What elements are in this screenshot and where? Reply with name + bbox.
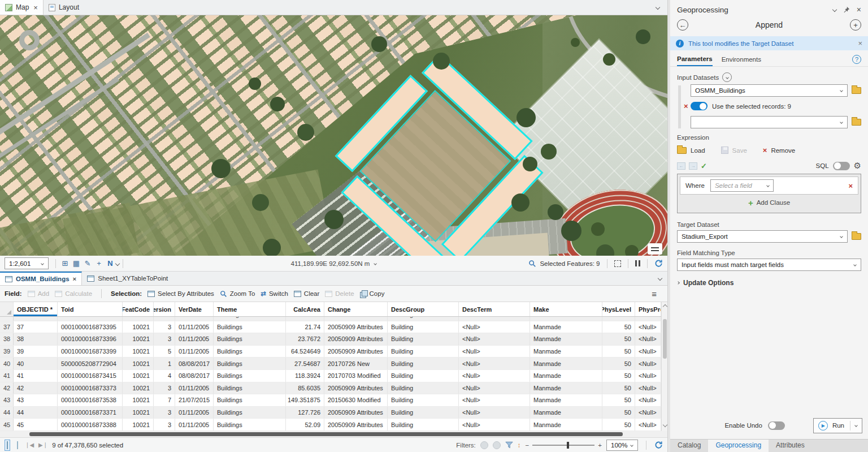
scroll-up-icon[interactable]: [662, 304, 667, 309]
table-cell[interactable]: Manmade: [530, 321, 602, 333]
field-matching-combo[interactable]: Input fields must match target fields: [677, 259, 861, 271]
back-button[interactable]: ←: [677, 19, 688, 31]
table-cell[interactable]: 39: [14, 346, 58, 358]
table-cell[interactable]: Buildings: [214, 370, 286, 382]
row-number[interactable]: 37: [0, 321, 14, 333]
table-cell[interactable]: Building: [388, 407, 459, 419]
table-zoom-combo[interactable]: 100%: [606, 440, 638, 451]
table-cell[interactable]: 01/11/2005: [175, 382, 214, 394]
table-cell[interactable]: 20170726 New: [324, 358, 388, 369]
table-cell[interactable]: 0001000016873395: [58, 321, 123, 333]
tab-parameters[interactable]: Parameters: [677, 55, 713, 66]
table-cell[interactable]: 10021: [123, 419, 154, 431]
row-number[interactable]: 42: [0, 382, 14, 394]
table-cell[interactable]: 50: [602, 419, 635, 431]
table-cell[interactable]: 50: [602, 370, 635, 382]
row-number[interactable]: 40: [0, 358, 14, 369]
table-cell[interactable]: 50: [602, 321, 635, 333]
table-tab-osmm-buildings[interactable]: OSMM_Buildings ×: [0, 272, 82, 285]
viewbar-chevron-down-icon[interactable]: [656, 0, 659, 15]
table-cell[interactable]: 20050909 Attributes: [324, 382, 388, 394]
snap-crosshair-icon[interactable]: +: [93, 258, 105, 269]
gear-icon[interactable]: ⚙: [854, 161, 861, 171]
field-select-dropdown[interactable]: Select a field: [710, 179, 774, 192]
table-cell[interactable]: 27.54687: [286, 358, 324, 369]
table-cell[interactable]: 10021: [123, 370, 154, 382]
table-cell[interactable]: 52.09: [286, 419, 324, 431]
remove-input-icon[interactable]: ×: [684, 102, 688, 110]
grid-icon[interactable]: ▦: [71, 258, 82, 269]
table-row[interactable]: 4444000100001687337110021301/11/2005Buil…: [0, 407, 667, 419]
table-cell[interactable]: Buildings: [214, 321, 286, 333]
table-cell[interactable]: 10021: [123, 358, 154, 369]
sort-updown-icon[interactable]: ↕: [518, 442, 521, 449]
row-number[interactable]: 45: [0, 419, 14, 431]
table-cell[interactable]: <Null>: [459, 370, 530, 382]
table-cell[interactable]: Buildings: [214, 346, 286, 358]
table-cell[interactable]: Building: [388, 346, 459, 358]
table-menu-icon[interactable]: ≡: [652, 289, 657, 299]
table-cell[interactable]: 08/08/2017: [175, 358, 214, 369]
switch-selection-button[interactable]: ⇄Switch: [261, 290, 288, 298]
column-header-theme[interactable]: Theme: [214, 302, 286, 316]
table-cell[interactable]: Building: [388, 394, 459, 406]
table-row[interactable]: 4040500000520877290410021108/08/2017Buil…: [0, 358, 667, 370]
table-cell[interactable]: <Null>: [635, 419, 661, 431]
gutter-corner[interactable]: [0, 302, 14, 316]
copy-button[interactable]: Copy: [360, 290, 385, 297]
coordinate-readout[interactable]: 411,189.99E 92,692.50N m: [291, 260, 377, 267]
column-header-calcarea[interactable]: CalcArea: [286, 302, 324, 316]
table-cell[interactable]: Buildings: [214, 419, 286, 431]
column-header-make[interactable]: Make: [530, 302, 602, 316]
column-header-verdate[interactable]: VerDate: [175, 302, 214, 316]
target-dataset-combo[interactable]: Stadium_Export: [677, 230, 848, 243]
table-cell[interactable]: <Null>: [459, 321, 530, 333]
table-cell[interactable]: Buildings: [214, 333, 286, 345]
table-cell[interactable]: 0001000016873399: [58, 346, 123, 358]
table-cell[interactable]: 3: [154, 333, 175, 345]
tab-map[interactable]: Map ×: [0, 0, 44, 15]
table-cell[interactable]: 0001000016873415: [58, 370, 123, 382]
table-cell[interactable]: Buildings: [214, 382, 286, 394]
table-cell[interactable]: <Null>: [635, 394, 661, 406]
row-number[interactable]: 43: [0, 394, 14, 406]
table-cell[interactable]: 50: [602, 333, 635, 345]
load-expression-icon[interactable]: [677, 147, 687, 154]
table-cell[interactable]: Manmade: [530, 407, 602, 419]
batch-chevron-icon[interactable]: [722, 72, 732, 82]
edit-sketch-icon[interactable]: ✎: [82, 258, 93, 269]
empty-input-dataset-combo[interactable]: [691, 116, 848, 128]
table-row[interactable]: 3737000100001687339510021301/11/2005Buil…: [0, 321, 667, 334]
remove-clause-icon[interactable]: ×: [848, 182, 853, 190]
table-cell[interactable]: 50: [602, 382, 635, 394]
row-number[interactable]: 39: [0, 346, 14, 358]
tab-environments[interactable]: Environments: [722, 56, 761, 66]
table-cell[interactable]: Buildings: [214, 358, 286, 369]
run-options-chevron-icon[interactable]: [854, 424, 858, 427]
table-cell[interactable]: 0001000016873538: [58, 394, 123, 406]
column-header-featcode[interactable]: FeatCode: [123, 302, 154, 316]
go-first-record-icon[interactable]: ❘◀: [25, 442, 34, 448]
zoom-selection-icon[interactable]: [528, 260, 536, 268]
dock-tab-attributes[interactable]: Attributes: [769, 440, 812, 452]
vertical-scrollbar[interactable]: [661, 302, 667, 431]
table-cell[interactable]: 3: [154, 419, 175, 431]
column-header-toid[interactable]: Toid: [58, 302, 123, 316]
table-cell[interactable]: 1: [154, 358, 175, 369]
column-header-descterm[interactable]: DescTerm: [459, 302, 530, 316]
table-cell[interactable]: 3: [154, 407, 175, 419]
close-pane-icon[interactable]: ×: [857, 5, 861, 14]
add-tool-button[interactable]: +: [850, 19, 861, 31]
input-dataset-combo[interactable]: OSMM_Buildings: [691, 84, 848, 97]
dock-tab-catalog[interactable]: Catalog: [670, 440, 708, 452]
table-cell[interactable]: 37: [14, 321, 58, 333]
table-cell[interactable]: 0001000016873373: [58, 382, 123, 394]
table-cell[interactable]: 01/11/2005: [175, 407, 214, 419]
slider-thumb[interactable]: [567, 442, 569, 449]
vscroll-thumb[interactable]: [663, 319, 667, 359]
extent-filter-icon[interactable]: [505, 441, 513, 449]
table-cell[interactable]: Building: [388, 382, 459, 394]
zoom-to-button[interactable]: Zoom To: [220, 290, 255, 298]
table-cell[interactable]: 4: [154, 370, 175, 382]
table-row[interactable]: 3939000100001687339910021501/11/2005Buil…: [0, 346, 667, 358]
